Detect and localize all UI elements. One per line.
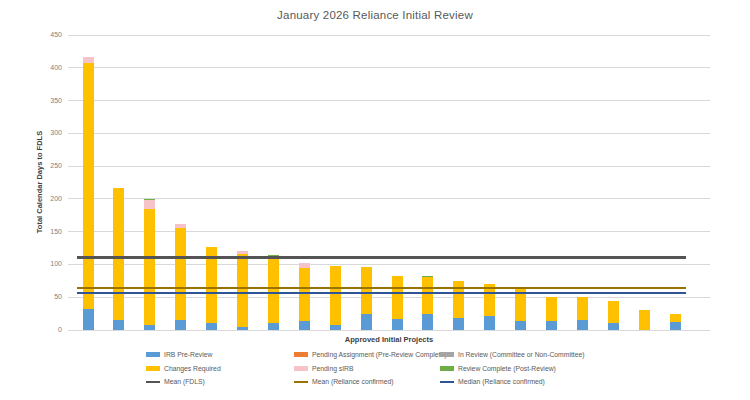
bar-segment <box>113 188 124 320</box>
gridline <box>68 67 710 68</box>
y-tick-label: 0 <box>36 325 62 335</box>
bar-segment <box>144 325 155 330</box>
bar-segment <box>330 325 341 330</box>
bar-segment <box>422 276 433 277</box>
legend-swatch-box <box>440 352 454 357</box>
bar-segment <box>175 224 186 228</box>
x-axis-title: Approved Initial Projects <box>68 335 710 344</box>
legend-swatch-box <box>294 366 308 371</box>
gridline <box>68 231 710 232</box>
bar-segment <box>670 322 681 330</box>
legend-swatch-box <box>294 352 308 357</box>
bar-segment <box>422 277 433 314</box>
legend-swatch-box <box>440 366 454 371</box>
y-tick-label: 50 <box>36 292 62 302</box>
bar-segment <box>144 199 155 200</box>
bar-segment <box>175 228 186 319</box>
y-tick-label: 350 <box>36 96 62 106</box>
gridline <box>68 166 710 167</box>
bar-segment <box>670 314 681 322</box>
gridline <box>68 297 710 298</box>
ref-line-mean-reliance-confirmed <box>77 287 686 289</box>
bar-segment <box>144 209 155 325</box>
bar-segment <box>608 301 619 323</box>
ref-line-mean-fdls <box>77 256 686 259</box>
legend-item: Pending sIRB <box>294 365 354 372</box>
bar-segment <box>577 297 588 319</box>
legend-swatch-box <box>146 352 160 357</box>
legend-item: Mean (FDLS) <box>146 378 205 385</box>
bar-segment <box>83 63 94 309</box>
y-tick-label: 450 <box>36 30 62 40</box>
chart: January 2026 Reliance Initial Review Tot… <box>0 0 750 400</box>
legend-label: Mean (FDLS) <box>164 378 205 385</box>
bar-segment <box>299 263 310 268</box>
legend-item: Review Complete (Post-Review) <box>440 365 556 372</box>
chart-title: January 2026 Reliance Initial Review <box>0 9 750 21</box>
y-axis-title: Total Calendar Days to FDLS <box>35 131 44 233</box>
bar-segment <box>392 276 403 319</box>
legend-item: Pending Assignment (Pre-Review Complete) <box>294 351 447 358</box>
legend-label: IRB Pre-Review <box>164 351 212 358</box>
bar-segment <box>237 327 248 330</box>
gridline <box>68 133 710 134</box>
y-tick-label: 250 <box>36 161 62 171</box>
bar-segment <box>268 256 279 324</box>
y-tick-label: 300 <box>36 128 62 138</box>
bar-segment <box>206 323 217 330</box>
bar-segment <box>515 321 526 330</box>
bar-segment <box>484 316 495 330</box>
bar-segment <box>330 266 341 325</box>
legend-item: IRB Pre-Review <box>146 351 212 358</box>
bar-segment <box>546 297 557 321</box>
bar-segment <box>237 254 248 327</box>
legend-label: Median (Reliance confirmed) <box>458 378 545 385</box>
bar-segment <box>453 318 464 330</box>
legend-label: Mean (Reliance confirmed) <box>312 378 394 385</box>
bar-segment <box>392 319 403 330</box>
bar-segment <box>268 323 279 330</box>
bar-segment <box>299 268 310 320</box>
plot-area <box>68 35 710 330</box>
bar-segment <box>175 320 186 330</box>
legend-swatch-line <box>146 381 160 383</box>
bar-segment <box>361 267 372 314</box>
bar-segment <box>113 320 124 330</box>
legend-item: Mean (Reliance confirmed) <box>294 378 394 385</box>
gridline <box>68 35 710 36</box>
legend-label: In Review (Committee or Non-Committee) <box>458 351 585 358</box>
gridline <box>68 264 710 265</box>
bar-segment <box>361 314 372 330</box>
legend-item: Median (Reliance confirmed) <box>440 378 545 385</box>
legend-label: Review Complete (Post-Review) <box>458 365 556 372</box>
y-tick-label: 200 <box>36 194 62 204</box>
bar-segment <box>83 309 94 330</box>
bar-segment <box>237 251 248 254</box>
bar-segment <box>546 321 557 330</box>
legend-label: Pending sIRB <box>312 365 354 372</box>
bar-segment <box>608 323 619 330</box>
bar-segment <box>577 320 588 330</box>
legend-swatch-box <box>146 366 160 371</box>
legend-item: In Review (Committee or Non-Committee) <box>440 351 585 358</box>
gridline <box>68 198 710 199</box>
legend-swatch-line <box>294 381 308 383</box>
bar-segment <box>422 314 433 330</box>
legend-label: Changes Required <box>164 365 221 372</box>
bar-segment <box>299 321 310 330</box>
bar-segment <box>144 200 155 209</box>
ref-line-median-reliance-confirmed <box>77 292 686 294</box>
legend-item: Changes Required <box>146 365 221 372</box>
bar-segment <box>639 310 650 330</box>
gridline <box>68 100 710 101</box>
legend-swatch-line <box>440 381 454 383</box>
bar-segment <box>83 57 94 64</box>
y-tick-label: 400 <box>36 63 62 73</box>
y-tick-label: 150 <box>36 227 62 237</box>
legend-label: Pending Assignment (Pre-Review Complete) <box>312 351 447 358</box>
y-tick-label: 100 <box>36 259 62 269</box>
